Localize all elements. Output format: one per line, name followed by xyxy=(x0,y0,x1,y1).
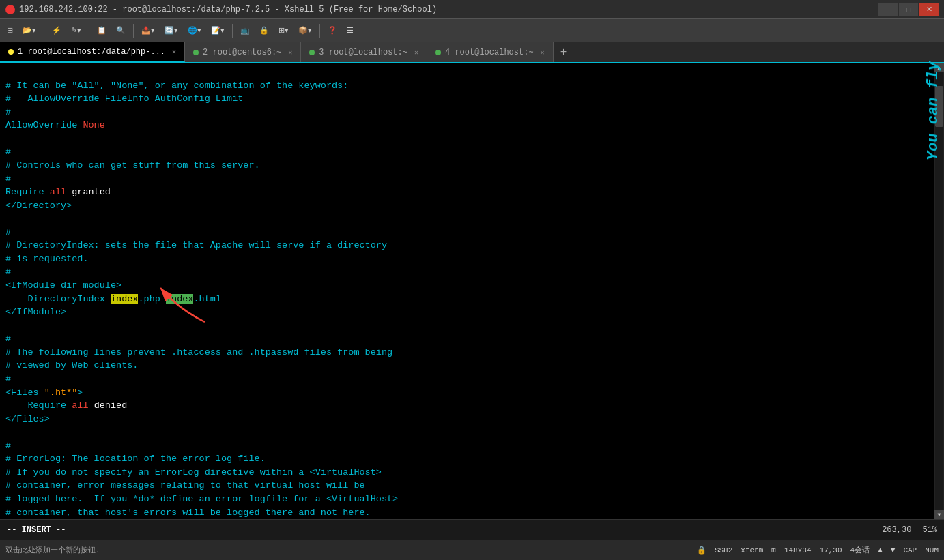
line-30: # If you do not specify an ErrorLog dire… xyxy=(5,467,382,477)
line-17: DirectoryIndex index.php index.html xyxy=(5,294,221,304)
line-7: # Controls who can get stuff from this s… xyxy=(5,160,260,171)
window-title: 192.168.242.100:22 - root@localhost:/dat… xyxy=(19,5,437,14)
toolbar-sep-5 xyxy=(319,24,320,38)
scroll-up-icon[interactable]: ▲ xyxy=(878,546,883,555)
toolbar-copy[interactable]: 📋 xyxy=(93,22,111,40)
app-icon xyxy=(5,5,15,14)
line-32: # logged here. If you *do* define an err… xyxy=(5,494,398,504)
toolbar-open[interactable]: 📂▾ xyxy=(18,22,40,40)
scrollbar[interactable]: ▲ ▼ xyxy=(934,63,944,519)
minimize-button[interactable]: ─ xyxy=(878,3,898,16)
main-area: # It can be "All", "None", or any combin… xyxy=(0,63,944,519)
tab-2-label: 2 root@centos6:~ xyxy=(203,48,281,57)
toolbar-new[interactable]: ⊞ xyxy=(3,22,17,40)
title-bar-left: 192.168.242.100:22 - root@localhost:/dat… xyxy=(5,5,437,14)
line-1: # It can be "All", "None", or any combin… xyxy=(5,80,348,91)
tab-3-close[interactable]: ✕ xyxy=(414,48,418,57)
tab-3[interactable]: 3 root@localhost:~ ✕ xyxy=(301,42,427,62)
scroll-down-icon[interactable]: ▼ xyxy=(891,546,896,555)
tab-4-dot xyxy=(435,50,441,55)
tab-4[interactable]: 4 root@localhost:~ ✕ xyxy=(427,42,554,62)
tab-2-dot xyxy=(193,50,199,55)
terminal[interactable]: # It can be "All", "None", or any combin… xyxy=(0,63,944,519)
tab-1[interactable]: 1 root@localhost:/data/php-... ✕ xyxy=(0,42,185,62)
resize-icon: ⊞ xyxy=(771,546,776,555)
line-10: </Directory> xyxy=(5,201,72,211)
tab-3-dot xyxy=(309,50,315,55)
line-31: # container, error messages relating to … xyxy=(5,480,365,490)
line-28: # xyxy=(5,441,11,451)
tab-3-label: 3 root@localhost:~ xyxy=(319,48,407,57)
tab-2[interactable]: 2 root@centos6:~ ✕ xyxy=(185,42,301,62)
toolbar-lock[interactable]: 🔒 xyxy=(255,22,273,40)
position-label: 17,30 xyxy=(820,546,842,555)
add-tab-button[interactable]: + xyxy=(554,42,574,62)
window-controls: ─ □ ✕ xyxy=(878,3,939,16)
line-12: # xyxy=(5,227,11,237)
line-15: # xyxy=(5,267,11,277)
term-label: xterm xyxy=(741,546,763,555)
tabs-bar: 1 root@localhost:/data/php-... ✕ 2 root@… xyxy=(0,42,944,63)
num-label: NUM xyxy=(925,546,939,555)
line-11 xyxy=(5,213,11,224)
lock-icon: 🔒 xyxy=(697,546,706,555)
toolbar-screen[interactable]: 📺 xyxy=(236,22,254,40)
ssh-label: SSH2 xyxy=(715,546,732,555)
toolbar-sep-1 xyxy=(44,24,44,38)
line-8: # xyxy=(5,174,11,184)
line-27 xyxy=(5,427,11,437)
toolbar-connect[interactable]: ⚡ xyxy=(48,22,66,40)
size-label: 148x34 xyxy=(784,546,812,555)
line-5 xyxy=(5,134,11,144)
tab-2-close[interactable]: ✕ xyxy=(288,48,292,57)
line-33: # container, that host's errors will be … xyxy=(5,507,371,518)
tab-1-dot xyxy=(8,49,14,55)
title-bar: 192.168.242.100:22 - root@localhost:/dat… xyxy=(0,0,944,19)
line-9: Require all granted xyxy=(5,187,111,197)
bottom-bar: 双击此处添加一个新的按钮. 🔒 SSH2 xterm ⊞ 148x34 17,3… xyxy=(0,540,944,560)
toolbar-panels[interactable]: ⊞▾ xyxy=(274,22,293,40)
terminal-content: # It can be "All", "None", or any combin… xyxy=(5,65,939,519)
status-bar: -- INSERT -- 263,30 51% xyxy=(0,519,944,540)
tab-4-close[interactable]: ✕ xyxy=(541,48,545,57)
scroll-percent: 51% xyxy=(922,525,937,535)
maximize-button[interactable]: □ xyxy=(899,3,918,16)
toolbar-sep-3 xyxy=(133,24,134,38)
toolbar-disconnect[interactable]: ✎▾ xyxy=(67,22,85,40)
toolbar-sep-2 xyxy=(89,24,89,38)
line-26: </Files> xyxy=(5,414,50,424)
toolbar-help[interactable]: ❓ xyxy=(324,22,341,40)
scroll-up[interactable]: ▲ xyxy=(934,63,944,72)
scroll-track xyxy=(935,72,943,510)
line-21: # The following lines prevent .htaccess … xyxy=(5,347,392,357)
tab-1-close[interactable]: ✕ xyxy=(172,48,176,56)
toolbar-find[interactable]: 🔍 xyxy=(112,22,130,40)
caps-label: CAP xyxy=(903,546,917,555)
bottom-right-info: 🔒 SSH2 xterm ⊞ 148x34 17,30 4会话 ▲ ▼ CAP … xyxy=(697,545,939,555)
toolbar-web[interactable]: 🌐▾ xyxy=(184,22,205,40)
line-4: AllowOverride None xyxy=(5,120,105,130)
vim-mode: -- INSERT -- xyxy=(7,525,66,535)
line-24: <Files ".ht*"> xyxy=(5,387,83,398)
line-14: # is requested. xyxy=(5,254,89,264)
toolbar-sep-4 xyxy=(232,24,233,38)
line-16: <IfModule dir_module> xyxy=(5,280,121,291)
line-3: # xyxy=(5,107,11,117)
scroll-thumb[interactable] xyxy=(935,86,943,127)
line-6: # xyxy=(5,147,11,157)
line-13: # DirectoryIndex: sets the file that Apa… xyxy=(5,240,387,250)
toolbar-transfer[interactable]: 📤▾ xyxy=(137,22,159,40)
line-25: Require all denied xyxy=(5,400,127,411)
line-23: # xyxy=(5,374,11,384)
line-2: # AllowOverride FileInfo AuthConfig Limi… xyxy=(5,93,243,104)
add-tab-hint[interactable]: 双击此处添加一个新的按钮. xyxy=(5,545,100,555)
cursor-position: 263,30 xyxy=(882,525,911,535)
toolbar-package[interactable]: 📦▾ xyxy=(294,22,316,40)
sessions-label: 4会话 xyxy=(850,545,870,555)
scroll-down[interactable]: ▼ xyxy=(934,510,944,519)
line-19 xyxy=(5,321,11,331)
toolbar-menu[interactable]: ☰ xyxy=(343,22,358,40)
toolbar-refresh[interactable]: 🔄▾ xyxy=(160,22,182,40)
close-button[interactable]: ✕ xyxy=(919,3,939,16)
toolbar-script[interactable]: 📝▾ xyxy=(207,22,229,40)
